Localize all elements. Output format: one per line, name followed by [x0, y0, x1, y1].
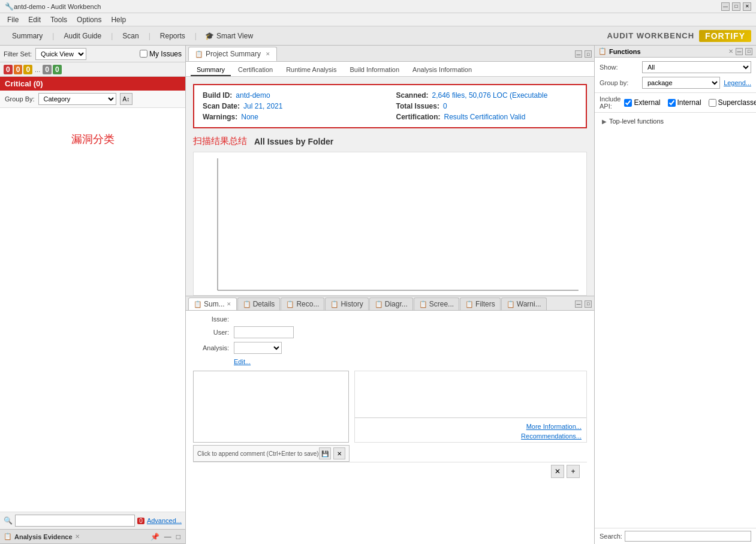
maximize-panel-button[interactable]: □ [175, 533, 182, 541]
toolbar-summary[interactable]: Summary [5, 30, 50, 42]
chart-title-chinese: 扫描结果总结 [193, 136, 247, 147]
comment-right-divider [355, 417, 586, 418]
scanned-row: Scanned: 2,646 files, 50,076 LOC (Execut… [396, 91, 578, 100]
project-summary-tab-close[interactable]: ✕ [266, 51, 270, 57]
analysis-evidence-tab-close[interactable]: ✕ [75, 533, 80, 540]
fortify-logo: FORTIFY [699, 30, 751, 42]
delete-btn[interactable]: ✕ [551, 465, 564, 478]
warnings-value: None [241, 113, 258, 121]
info-grid: Build ID: antd-demo Scanned: 2,646 files… [203, 91, 577, 121]
pin-button[interactable]: 📌 [149, 533, 161, 541]
functions-maximize-btn[interactable]: □ [745, 48, 752, 55]
user-input[interactable] [234, 326, 294, 338]
sub-tab-build[interactable]: Build Information [344, 64, 406, 76]
tree-item-top-level[interactable]: ▶ Top-level functions [600, 116, 751, 126]
comment-save-btn[interactable]: 💾 [319, 447, 331, 459]
comment-textarea[interactable] [193, 371, 349, 443]
counter-high[interactable]: 0 [14, 65, 23, 74]
center-minimize-btn[interactable]: — [575, 50, 582, 58]
comment-left: Click to append comment (Ctrl+Enter to s… [193, 371, 350, 462]
close-button[interactable]: ✕ [743, 2, 751, 11]
filter-set-select[interactable]: Quick View All Custom [35, 48, 86, 60]
superclasses-checkbox[interactable] [709, 99, 716, 107]
bottom-tab-scree[interactable]: 📋 Scree... [414, 297, 459, 310]
maximize-button[interactable]: □ [732, 2, 740, 11]
functions-tab-close[interactable]: ✕ [728, 48, 733, 55]
comment-area: Click to append comment (Ctrl+Enter to s… [193, 371, 587, 462]
group-by-right-select[interactable]: package class file [642, 77, 720, 89]
bottom-tab-filters-label: Filters [475, 300, 495, 308]
functions-header: 📋 Functions ✕ — □ [595, 46, 756, 58]
bottom-tab-diagr[interactable]: 📋 Diagr... [369, 297, 413, 310]
build-id-row: Build ID: antd-demo [203, 91, 384, 100]
api-checkboxes: External Internal Superclasses [624, 98, 756, 107]
center-maximize-btn[interactable]: □ [585, 50, 592, 58]
bottom-tab-reco[interactable]: 📋 Reco... [281, 297, 324, 310]
sub-tab-runtime[interactable]: Runtime Analysis [280, 64, 342, 76]
analysis-select[interactable] [234, 342, 282, 354]
group-by-select[interactable]: Category Package File Analyzer Kingdom [38, 93, 116, 105]
show-label: Show: [600, 64, 638, 71]
my-issues-checkbox-row[interactable]: My Issues [140, 50, 182, 58]
bottom-tab-sum-close[interactable]: ✕ [227, 301, 231, 307]
build-info-box: Build ID: antd-demo Scanned: 2,646 files… [193, 84, 587, 128]
right-panel: 📋 Functions ✕ — □ Show: All External Int… [594, 46, 756, 544]
sort-button[interactable]: A↕ [120, 93, 133, 105]
sub-tab-certification[interactable]: Certification [232, 64, 279, 76]
certification-value: Results Certification Valid [444, 113, 526, 121]
counter-info[interactable]: 0 [53, 65, 62, 74]
add-btn[interactable]: + [567, 465, 580, 478]
group-by-right-row: Group by: package class file Legend... [600, 77, 751, 89]
my-issues-checkbox[interactable] [140, 50, 147, 58]
search-input[interactable] [15, 515, 135, 527]
counter-medium[interactable]: 0 [23, 65, 32, 74]
menu-edit[interactable]: Edit [23, 14, 46, 25]
functions-minimize-btn[interactable]: — [736, 48, 743, 55]
comment-action-btns: 💾 ✕ [319, 447, 345, 459]
project-summary-tab[interactable]: 📋 Project Summary ✕ [188, 47, 277, 61]
issue-form: Issue: User: Analysis: Edit... Click to … [186, 311, 594, 485]
bottom-minimize-btn[interactable]: — [575, 300, 582, 308]
show-select[interactable]: All External Internal [642, 61, 751, 73]
scan-date-label: Scan Date: [203, 102, 240, 110]
user-label: User: [193, 329, 229, 336]
bottom-tab-warni[interactable]: 📋 Warni... [501, 297, 547, 310]
counter-low[interactable]: 0 [43, 65, 52, 74]
title-text: antd-demo - Audit Workbench [14, 3, 721, 10]
search-count-badge: 0 [137, 518, 144, 524]
critical-header: Critical (0) [0, 77, 185, 91]
toolbar-smart-view[interactable]: 🎓 Smart View [199, 30, 259, 42]
edit-link[interactable]: Edit... [234, 358, 251, 365]
smart-view-icon: 🎓 [205, 32, 214, 40]
chart-svg [194, 152, 586, 295]
legend-link[interactable]: Legend... [724, 79, 751, 86]
menu-help[interactable]: Help [106, 14, 131, 25]
menu-file[interactable]: File [2, 14, 23, 25]
right-search-input[interactable] [625, 531, 751, 542]
advanced-link[interactable]: Advanced... [147, 517, 182, 524]
bottom-tab-sum[interactable]: 📋 Sum... ✕ [188, 297, 237, 310]
internal-cb-item: Internal [668, 98, 701, 107]
sub-tab-bar: Summary Certification Runtime Analysis B… [186, 62, 594, 77]
comment-cancel-btn[interactable]: ✕ [333, 447, 345, 459]
menu-options[interactable]: Options [72, 14, 106, 25]
tree-expand-icon: ▶ [602, 118, 607, 125]
sub-tab-analysis[interactable]: Analysis Information [406, 64, 478, 76]
menu-tools[interactable]: Tools [46, 14, 72, 25]
group-by-row: Group By: Category Package File Analyzer… [0, 91, 185, 108]
more-info-link[interactable]: More Information... [526, 423, 582, 430]
bottom-tab-history[interactable]: 📋 History [325, 297, 368, 310]
minimize-button[interactable]: — [721, 2, 730, 11]
bottom-maximize-btn[interactable]: □ [585, 300, 592, 308]
sub-tab-summary[interactable]: Summary [191, 64, 231, 76]
bottom-tab-filters[interactable]: 📋 Filters [460, 297, 501, 310]
counter-critical[interactable]: 0 [4, 65, 13, 74]
toolbar-reports[interactable]: Reports [153, 30, 192, 42]
toolbar-scan[interactable]: Scan [115, 30, 146, 42]
recommendations-link[interactable]: Recommendations... [521, 432, 582, 440]
internal-checkbox[interactable] [668, 99, 676, 107]
external-checkbox[interactable] [624, 99, 632, 107]
minimize-panel-button[interactable]: — [163, 533, 173, 541]
bottom-tab-details[interactable]: 📋 Details [237, 297, 281, 310]
toolbar-audit-guide[interactable]: Audit Guide [56, 30, 109, 42]
